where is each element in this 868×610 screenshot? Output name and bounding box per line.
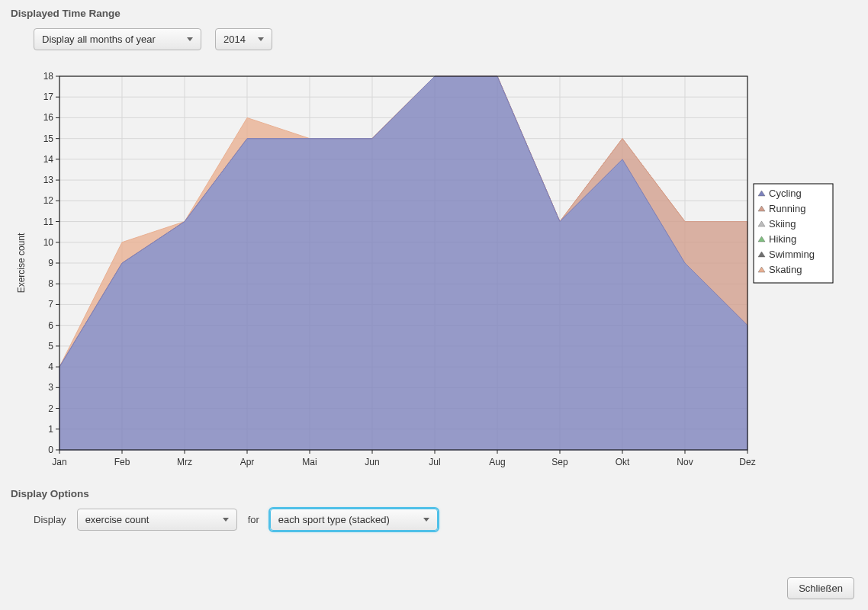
exercise-chart: 0123456789101112131415161718JanFebMrzApr… [11, 69, 847, 480]
time-range-title: Displayed Time Range [11, 8, 857, 19]
svg-text:13: 13 [43, 175, 54, 185]
period-dropdown[interactable]: Display all months of year [34, 28, 201, 50]
time-range-section: Displayed Time Range Display all months … [0, 0, 868, 69]
display-label: Display [34, 514, 66, 525]
svg-text:Sep: Sep [551, 457, 568, 467]
for-label: for [248, 514, 259, 525]
close-button-label: Schließen [799, 583, 843, 594]
year-dropdown-label: 2014 [223, 34, 246, 45]
svg-text:Hiking: Hiking [769, 233, 796, 245]
svg-text:6: 6 [48, 320, 53, 331]
grouping-dropdown-label: each sport type (stacked) [278, 514, 390, 525]
svg-text:3: 3 [48, 382, 53, 393]
svg-text:Skating: Skating [769, 264, 802, 275]
grouping-dropdown[interactable]: each sport type (stacked) [270, 509, 438, 531]
svg-text:1: 1 [48, 424, 53, 435]
svg-text:8: 8 [48, 278, 53, 289]
svg-text:14: 14 [43, 154, 54, 165]
display-options-title: Display Options [11, 488, 857, 499]
svg-text:Dez: Dez [739, 457, 755, 467]
svg-text:Mai: Mai [302, 457, 317, 467]
chart-area: 0123456789101112131415161718JanFebMrzApr… [11, 69, 857, 480]
display-options-section: Display Options Display exercise count f… [0, 488, 868, 549]
svg-text:5: 5 [48, 341, 53, 352]
svg-text:Jan: Jan [52, 457, 66, 467]
svg-text:Okt: Okt [616, 457, 630, 467]
svg-text:7: 7 [48, 299, 53, 310]
svg-text:Jun: Jun [365, 457, 379, 467]
metric-dropdown[interactable]: exercise count [77, 509, 237, 531]
dialog-actions: Schließen [787, 577, 854, 599]
svg-text:2: 2 [48, 403, 53, 414]
svg-text:4: 4 [48, 361, 53, 372]
svg-text:18: 18 [43, 71, 54, 82]
svg-text:Feb: Feb [114, 457, 130, 467]
chevron-down-icon [258, 37, 264, 41]
svg-text:Jul: Jul [429, 457, 440, 467]
time-range-controls: Display all months of year 2014 [34, 28, 857, 50]
svg-text:Skiing: Skiing [769, 218, 796, 230]
svg-text:Swimming: Swimming [769, 249, 815, 260]
chevron-down-icon [423, 518, 429, 522]
svg-text:16: 16 [43, 112, 54, 123]
close-button[interactable]: Schließen [787, 577, 854, 599]
svg-text:Mrz: Mrz [177, 457, 192, 467]
svg-text:Nov: Nov [677, 457, 693, 467]
svg-text:11: 11 [43, 217, 54, 227]
metric-dropdown-label: exercise count [85, 514, 149, 525]
display-options-controls: Display exercise count for each sport ty… [34, 509, 857, 531]
svg-text:12: 12 [43, 195, 54, 206]
svg-text:Exercise count: Exercise count [16, 233, 27, 293]
chevron-down-icon [187, 37, 193, 41]
year-dropdown[interactable]: 2014 [215, 28, 272, 50]
svg-text:Cycling: Cycling [769, 188, 802, 199]
chevron-down-icon [223, 518, 229, 522]
svg-text:Aug: Aug [489, 457, 505, 467]
svg-text:10: 10 [43, 237, 54, 248]
svg-text:Running: Running [769, 203, 805, 214]
svg-text:0: 0 [48, 445, 53, 455]
period-dropdown-label: Display all months of year [42, 34, 156, 45]
svg-text:9: 9 [48, 258, 53, 268]
svg-text:Apr: Apr [240, 457, 255, 467]
svg-text:15: 15 [43, 133, 54, 144]
svg-text:17: 17 [43, 92, 54, 102]
